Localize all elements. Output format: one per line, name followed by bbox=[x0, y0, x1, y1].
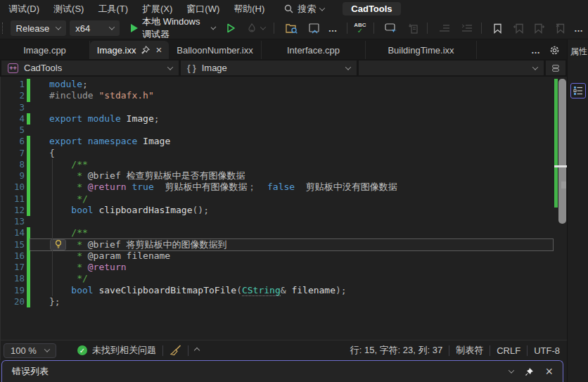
home-window-button[interactable] bbox=[305, 20, 324, 36]
code-line-7[interactable]: 7{ bbox=[1, 148, 567, 159]
project-dropdown[interactable]: ++ CadTools bbox=[1, 61, 179, 75]
line-number[interactable]: 9 bbox=[1, 170, 25, 182]
line-number[interactable]: 1 bbox=[1, 79, 25, 90]
menu-item-6[interactable]: 帮助(H) bbox=[228, 1, 270, 17]
line-number[interactable]: 4 bbox=[1, 113, 25, 125]
line-number[interactable]: 13 bbox=[1, 216, 25, 227]
toolbar-grip[interactable] bbox=[2, 23, 4, 34]
line-number[interactable]: 20 bbox=[1, 296, 25, 307]
chevron-down-icon[interactable] bbox=[509, 367, 514, 373]
caret-position[interactable]: 行: 15, 字符: 23, 列: 37 bbox=[350, 344, 443, 357]
split-window-button[interactable] bbox=[546, 61, 565, 75]
code-line-19[interactable]: 19 bool saveClipboardBitmapToFile(CStrin… bbox=[1, 285, 567, 296]
start-debugging-button[interactable]: 本地 Windows 调试器 bbox=[127, 20, 219, 36]
line-number[interactable]: 14 bbox=[1, 227, 25, 238]
line-number[interactable]: 6 bbox=[1, 136, 25, 147]
line-number[interactable]: 18 bbox=[1, 273, 25, 284]
vertical-scrollbar-thumb[interactable] bbox=[558, 79, 566, 224]
line-number[interactable]: 3 bbox=[1, 102, 25, 113]
indent-mode[interactable]: 制表符 bbox=[456, 344, 483, 357]
chevron-up-icon[interactable] bbox=[194, 348, 200, 353]
code-line-17[interactable]: 17 * @return bbox=[1, 262, 567, 273]
code-lines[interactable]: 1module;2#include "stdafx.h"3 4export mo… bbox=[1, 77, 567, 340]
code-line-12[interactable]: 12 bool clipboardHasImage(); bbox=[1, 205, 567, 216]
close-icon[interactable]: × bbox=[155, 46, 162, 54]
code-line-20[interactable]: 20}; bbox=[1, 296, 567, 307]
line-number[interactable]: 11 bbox=[1, 193, 25, 205]
increase-indent-button[interactable] bbox=[457, 20, 477, 36]
clear-bookmarks-button[interactable] bbox=[551, 20, 570, 36]
pin-button[interactable] bbox=[525, 367, 534, 376]
spell-check-button[interactable]: ABC ✓ bbox=[351, 23, 369, 34]
menu-item-2[interactable]: 测试(S) bbox=[48, 1, 89, 17]
properties-window-button[interactable] bbox=[570, 83, 586, 98]
code-editor[interactable]: 1module;2#include "stdafx.h"3 4export mo… bbox=[0, 77, 567, 340]
next-bookmark-button[interactable] bbox=[530, 20, 549, 36]
tab-balloonnumber-ixx[interactable]: BalloonNumber.ixx bbox=[169, 41, 262, 59]
menu-item-1[interactable]: 调试(D) bbox=[3, 1, 45, 17]
menu-item-3[interactable]: 工具(T) bbox=[92, 1, 134, 17]
solution-platform-dropdown[interactable]: x64 bbox=[70, 20, 120, 36]
code-token: * bbox=[49, 262, 88, 272]
previous-bookmark-button[interactable] bbox=[509, 20, 528, 36]
code-line-16[interactable]: 16 * @param filename bbox=[1, 250, 567, 262]
scope-dropdown[interactable]: { } Image bbox=[181, 61, 357, 75]
member-dropdown[interactable] bbox=[359, 61, 544, 75]
tab-buildingtime-ixx[interactable]: BuildingTime.ixx bbox=[366, 41, 477, 59]
toolbar-overflow-button[interactable]: … bbox=[570, 23, 588, 34]
status-separator bbox=[449, 345, 449, 356]
line-number[interactable]: 12 bbox=[1, 205, 25, 216]
code-line-10[interactable]: 10 * @return true 剪贴板中有图像数据； false 剪贴板中没… bbox=[1, 182, 567, 193]
line-number[interactable]: 8 bbox=[1, 159, 25, 170]
code-line-6[interactable]: 6export namespace Image bbox=[1, 136, 567, 147]
zoom-dropdown[interactable]: 100 % bbox=[4, 343, 56, 358]
search-control[interactable]: 搜索 bbox=[284, 3, 324, 15]
code-line-4[interactable]: 4export module Image; bbox=[1, 113, 567, 125]
hot-reload-button[interactable] bbox=[243, 20, 269, 36]
code-line-15[interactable]: 15 * @brief 将剪贴板中的图像数据到 bbox=[1, 239, 567, 250]
code-line-18[interactable]: 18 */ bbox=[1, 273, 567, 284]
properties-tool-tab[interactable]: 属性 bbox=[570, 46, 588, 58]
close-icon[interactable]: × bbox=[545, 367, 553, 376]
encoding[interactable]: UTF-8 bbox=[534, 345, 560, 356]
tab-overflow-button[interactable]: … bbox=[531, 45, 541, 56]
decrease-indent-button[interactable] bbox=[435, 20, 454, 36]
code-line-9[interactable]: 9 * @brief 检查剪贴板中是否有图像数据 bbox=[1, 170, 567, 182]
code-line-14[interactable]: 14 /** bbox=[1, 227, 567, 238]
solution-configuration-dropdown[interactable]: Release bbox=[11, 20, 67, 36]
code-line-13[interactable]: 13 bbox=[1, 216, 567, 227]
toggle-bookmark-button[interactable] bbox=[489, 20, 506, 36]
code-line-2[interactable]: 2#include "stdafx.h" bbox=[1, 90, 567, 101]
line-number[interactable]: 16 bbox=[1, 250, 25, 262]
line-number[interactable]: 5 bbox=[1, 125, 25, 136]
menu-item-4[interactable]: 扩展(X) bbox=[136, 1, 178, 17]
paste-special-button[interactable] bbox=[404, 20, 423, 36]
play-outline-icon bbox=[226, 23, 236, 33]
line-number[interactable]: 7 bbox=[1, 148, 25, 159]
line-number[interactable]: 19 bbox=[1, 285, 25, 296]
pin-icon[interactable] bbox=[141, 46, 150, 54]
line-number[interactable]: 2 bbox=[1, 90, 25, 101]
menu-item-5[interactable]: 窗口(W) bbox=[181, 1, 225, 17]
toolbar-overflow-button[interactable]: … bbox=[324, 23, 343, 34]
code-token: * bbox=[49, 170, 88, 181]
code-line-11[interactable]: 11 */ bbox=[1, 193, 567, 205]
tab-interface-cpp[interactable]: Interface.cpp bbox=[262, 41, 366, 59]
document-health-indicator[interactable]: ✓ 未找到相关问题 bbox=[77, 344, 156, 357]
line-number[interactable]: 17 bbox=[1, 262, 25, 273]
line-ending[interactable]: CRLF bbox=[497, 345, 520, 356]
toggle-comment-button[interactable] bbox=[381, 20, 401, 36]
line-number[interactable]: 15 bbox=[1, 239, 25, 250]
editor-settings-gear-button[interactable] bbox=[549, 45, 560, 56]
code-line-1[interactable]: 1module; bbox=[1, 79, 567, 90]
find-in-files-button[interactable] bbox=[281, 20, 302, 36]
tab-label: BalloonNumber.ixx bbox=[177, 45, 253, 56]
tab-image-cpp[interactable]: Image.cpp bbox=[0, 41, 90, 59]
code-line-3[interactable]: 3 bbox=[1, 102, 567, 113]
tab-image-ixx[interactable]: Image.ixx× bbox=[90, 41, 169, 59]
line-number[interactable]: 10 bbox=[1, 182, 25, 193]
code-cleanup-broom-button[interactable] bbox=[170, 345, 181, 356]
code-line-5[interactable]: 5 bbox=[1, 125, 567, 136]
code-line-8[interactable]: 8 /** bbox=[1, 159, 567, 170]
start-without-debugging-button[interactable] bbox=[222, 20, 240, 36]
